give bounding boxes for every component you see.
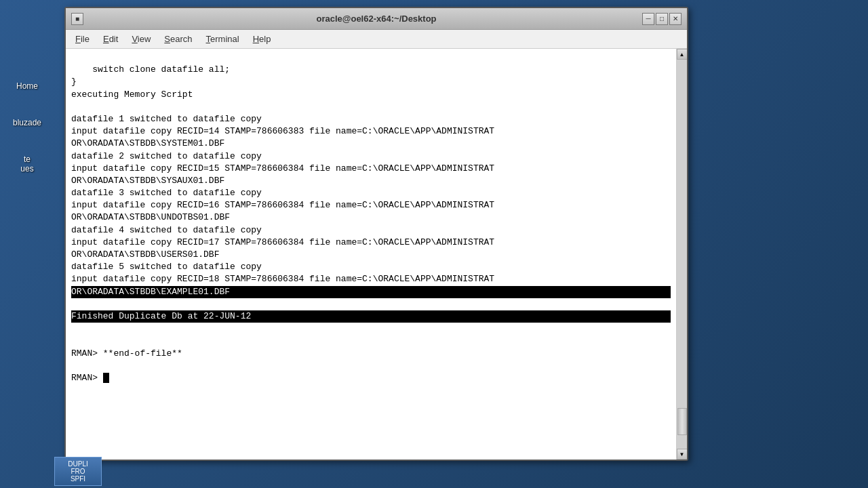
scroll-thumb[interactable] <box>677 408 687 435</box>
close-button[interactable]: ✕ <box>669 13 682 25</box>
line-finished-highlight: Finished Duplicate Db at 22-JUN-12 <box>71 310 671 323</box>
line-df4-input: input datafile copy RECID=17 STAMP=78660… <box>71 237 494 260</box>
line-df5-switched: datafile 5 switched to datafile copy <box>71 262 262 272</box>
line-df2-input: input datafile copy RECID=15 STAMP=78660… <box>71 163 494 186</box>
line-df5-path-highlight: OR\ORADATA\STBDB\EXAMPLE01.DBF <box>71 286 671 298</box>
menu-view[interactable]: View <box>125 32 157 46</box>
maximize-button[interactable]: □ <box>656 13 668 25</box>
line-rman-prompt: RMAN> <box>71 373 109 383</box>
line-rman-eof: RMAN> **end-of-file** <box>71 348 182 359</box>
menu-terminal[interactable]: Terminal <box>199 32 246 46</box>
window-icon-btn[interactable]: ■ <box>71 13 83 25</box>
line-blank-3 <box>71 361 77 371</box>
terminal-output[interactable]: switch clone datafile all; } executing M… <box>66 49 676 460</box>
title-bar: ■ oracle@oel62-x64:~/Desktop ─ □ ✕ <box>66 8 687 30</box>
line-2: } <box>71 77 77 87</box>
scroll-track <box>677 60 687 449</box>
line-df3-switched: datafile 3 switched to datafile copy <box>71 188 262 198</box>
terminal-content-area: switch clone datafile all; } executing M… <box>66 49 687 460</box>
line-df3-input: input datafile copy RECID=16 STAMP=78660… <box>71 200 494 222</box>
line-df5-input: input datafile copy RECID=18 STAMP=78660… <box>71 274 494 284</box>
line-blank-2 <box>71 336 77 346</box>
desktop-icon-home[interactable]: Home <box>16 81 38 91</box>
taskbar-item-dupli[interactable]: DUPLIFROSPFI <box>54 457 102 486</box>
window-title: oracle@oel62-x64:~/Desktop <box>316 14 436 24</box>
line-df4-switched: datafile 4 switched to datafile copy <box>71 225 262 235</box>
window-buttons-right: ─ □ ✕ <box>642 13 682 25</box>
line-3: executing Memory Script <box>71 89 193 100</box>
terminal-icon: ■ <box>75 15 79 22</box>
desktop-icon-teues[interactable]: te ues <box>20 155 33 174</box>
terminal-cursor <box>103 373 109 383</box>
line-df2-switched: datafile 2 switched to datafile copy <box>71 151 262 161</box>
menu-edit[interactable]: Edit <box>96 32 125 46</box>
line-1: switch clone datafile all; <box>71 64 230 75</box>
line-df1-switched: datafile 1 switched to datafile copy <box>71 114 262 124</box>
minimize-button[interactable]: ─ <box>642 13 654 25</box>
scroll-up-button[interactable]: ▲ <box>677 49 688 60</box>
taskbar: DUPLIFROSPFI <box>0 454 868 488</box>
line-df1-input: input datafile copy RECID=14 STAMP=78660… <box>71 126 494 148</box>
terminal-window: ■ oracle@oel62-x64:~/Desktop ─ □ ✕ File … <box>64 7 688 461</box>
menu-file[interactable]: File <box>68 32 96 46</box>
line-blank-1 <box>71 102 77 112</box>
terminal-scrollbar[interactable]: ▲ ▼ <box>676 49 687 460</box>
menu-bar: File Edit View Search Terminal Help <box>66 30 687 49</box>
menu-help[interactable]: Help <box>246 32 278 46</box>
desktop-icon-bluzade[interactable]: bluzade <box>13 118 41 127</box>
menu-search[interactable]: Search <box>157 32 199 46</box>
title-bar-controls: ■ <box>71 13 83 25</box>
desktop-sidebar: Home bluzade te ues <box>0 0 54 488</box>
